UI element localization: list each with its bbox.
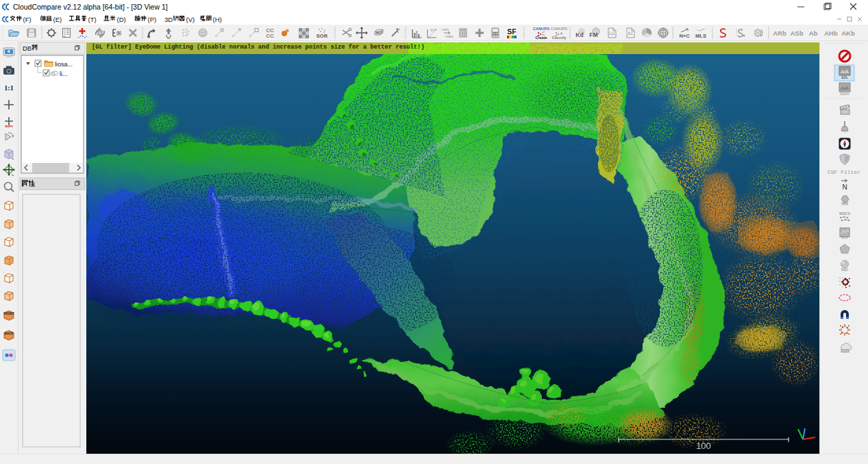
svg-text:max: max bbox=[445, 34, 453, 38]
svg-text:(D): (D) bbox=[117, 16, 126, 23]
svg-text:li...: li... bbox=[60, 70, 68, 77]
svg-text:R&O: R&O bbox=[841, 268, 848, 272]
svg-text:EDL: EDL bbox=[841, 75, 848, 79]
svg-text:(E): (E) bbox=[53, 16, 62, 23]
svg-text:CANUPO: CANUPO bbox=[533, 27, 550, 31]
svg-text:(P): (P) bbox=[148, 16, 157, 23]
svg-text:FRONT: FRONT bbox=[3, 312, 14, 315]
svg-text:(V): (V) bbox=[186, 16, 195, 23]
svg-text:(F): (F) bbox=[23, 16, 32, 23]
svg-text:M3C2: M3C2 bbox=[839, 211, 851, 216]
svg-text:Create: Create bbox=[535, 36, 547, 40]
svg-text:ASb: ASb bbox=[791, 29, 804, 37]
svg-text:AKb: AKb bbox=[841, 29, 855, 37]
svg-text:SSAO: SSAO bbox=[840, 92, 850, 96]
svg-text:BP: BP bbox=[610, 31, 615, 35]
svg-text:Ab: Ab bbox=[809, 29, 818, 37]
svg-text:(T): (T) bbox=[88, 16, 97, 23]
svg-text:HPR: HPR bbox=[841, 203, 848, 206]
svg-text:SOR: SOR bbox=[317, 33, 328, 39]
svg-text:FM: FM bbox=[589, 31, 597, 38]
svg-text:SF: SF bbox=[507, 27, 517, 36]
svg-text:CSF Filter: CSF Filter bbox=[828, 169, 860, 175]
svg-text:MLS: MLS bbox=[695, 33, 706, 39]
svg-text:BACK: BACK bbox=[5, 332, 14, 335]
svg-text:p,σ: p,σ bbox=[431, 27, 437, 31]
svg-text:Kd: Kd bbox=[575, 31, 583, 38]
svg-text:3D: 3D bbox=[164, 16, 173, 23]
svg-text:CC: CC bbox=[266, 33, 274, 39]
svg-text:PCV: PCV bbox=[841, 236, 847, 240]
svg-text:auto: auto bbox=[5, 124, 13, 128]
svg-text:DB: DB bbox=[23, 44, 32, 52]
svg-text:ARb: ARb bbox=[773, 29, 786, 37]
svg-text:N+C: N+C bbox=[679, 33, 690, 39]
svg-text:(H): (H) bbox=[213, 16, 222, 23]
svg-text:1:1: 1:1 bbox=[4, 84, 13, 92]
svg-text:AHb: AHb bbox=[824, 29, 838, 37]
svg-text:liosa...: liosa... bbox=[55, 61, 73, 68]
svg-text:Classify: Classify bbox=[551, 36, 567, 40]
svg-text:100: 100 bbox=[696, 441, 711, 451]
svg-text:CANUPO: CANUPO bbox=[551, 27, 568, 31]
svg-text:CSV: CSV bbox=[627, 31, 634, 35]
svg-text:min: min bbox=[442, 27, 449, 31]
svg-text:N: N bbox=[842, 183, 847, 191]
